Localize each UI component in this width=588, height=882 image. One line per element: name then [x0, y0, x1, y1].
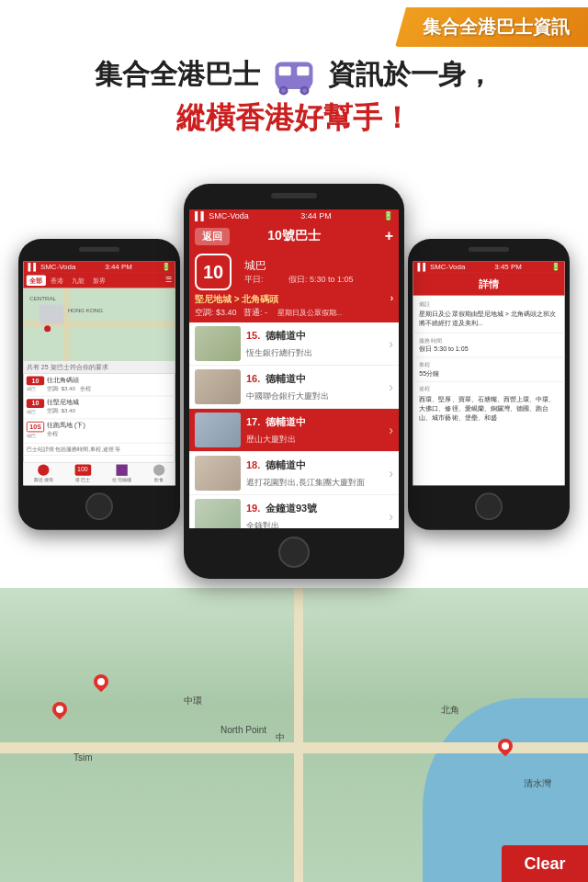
tab-hk[interactable]: 香港	[48, 276, 67, 286]
toolbar-building[interactable]: 住宅縮樓	[112, 465, 131, 484]
phone-center: ▌▌ SMC-Voda 3:44 PM 🔋 返回 10號巴士 + 10 城巴	[184, 184, 404, 579]
clear-button-label: Clear	[524, 854, 565, 874]
tab-nt[interactable]: 新界	[89, 276, 108, 286]
stop-num-15: 15.	[246, 330, 263, 341]
stop-desc-18: 遮打花園對出,長江集團大廈對面	[246, 478, 365, 487]
right-note-text: 星期日及公眾假期由堅尼地城 > 北角碼頭之班次將不繞經打道及美利...	[419, 310, 558, 328]
route-fare-row: 空調: $3.40 普通: - 星期日及公眾假期...	[195, 307, 393, 319]
stop-desc-16: 中國聯合銀行大廈對出	[246, 391, 329, 401]
map-label-central: 中環	[184, 695, 202, 707]
map-label-north-point: North Point	[220, 725, 266, 735]
tab-kln[interactable]: 九龍	[69, 276, 88, 286]
route-company: 城巴	[244, 258, 393, 274]
status-battery-right: 🔋	[551, 263, 560, 271]
right-note-label: 備註	[419, 300, 558, 309]
badge-company-a: 城巴	[27, 386, 44, 393]
status-bar-center: ▌▌ SMC-Voda 3:44 PM 🔋	[189, 209, 399, 222]
right-duration-text: 55分鐘	[419, 369, 558, 379]
right-header: 詳情	[413, 273, 564, 296]
stop-arrow-15: ›	[389, 336, 393, 351]
stop-thumb-15	[195, 326, 241, 361]
phone-right: ▌▌ SMC-Voda 3:45 PM 🔋 詳情 備註 星期日及公眾假期由堅尼地…	[408, 239, 570, 530]
route-schedule: 平日: 假日: 5:30 to 1:05	[244, 274, 393, 286]
status-battery-left: 🔋	[162, 263, 171, 271]
left-search-bar[interactable]: 全部 香港 九龍 新界 ☰	[23, 273, 175, 288]
route-link-row[interactable]: 堅尼地城 > 北角碼頭 ›	[195, 293, 393, 306]
stop-arrow-19: ›	[389, 509, 393, 524]
stop-item-19[interactable]: 19. 金鐘道93號 全錄對出 ›	[189, 495, 399, 528]
home-btn-right[interactable]	[475, 492, 503, 520]
stop-desc-15: 恆生銀行總行對出	[246, 348, 312, 357]
stop-thumb-16	[195, 369, 241, 404]
toolbar-bus[interactable]: 100 搭巴士	[74, 465, 91, 484]
center-app-header: 返回 10號巴士 +	[189, 222, 399, 250]
home-btn-center[interactable]	[278, 537, 310, 568]
phone-left: ▌▌ SMC-Voda 3:44 PM 🔋 全部 香港 九龍 新界 ☰	[18, 239, 180, 530]
right-route-section: 途程 西環、堅厚、寶翠、石塘嘴、西營上環、中環、大佛口、修徑、愛峴蘭、銅鑼灣、德…	[413, 382, 564, 425]
stop-num-19: 19.	[246, 503, 263, 514]
toolbar-nearby[interactable]: 鄰近搜尋	[34, 465, 53, 484]
map-label-clearwater: 清水灣	[524, 777, 551, 790]
map-pin-1[interactable]	[92, 674, 110, 698]
phone-speaker-center	[271, 193, 317, 198]
left-list-item-2[interactable]: 10 城巴 往堅尼地城 空調: $3.40	[23, 397, 175, 420]
badge-company-b: 城巴	[27, 409, 44, 416]
stop-item-17[interactable]: 17. 德輔道中 歷山大廈對出 ›	[189, 409, 399, 452]
stop-18-text: 18. 德輔道中 遮打花園對出,長江集團大廈對面	[246, 458, 383, 489]
stop-19-text: 19. 金鐘道93號 全錄對出	[246, 502, 383, 529]
clear-button[interactable]: Clear	[502, 845, 588, 882]
status-bar-left: ▌▌ SMC-Voda 3:44 PM 🔋	[23, 262, 175, 273]
stop-name-17: 德輔道中	[266, 415, 383, 429]
back-button[interactable]: 返回	[195, 228, 230, 245]
status-time-left: 3:44 PM	[105, 263, 132, 271]
right-duration-label: 車程	[419, 361, 558, 369]
status-signal-center: ▌▌ SMC-Voda	[195, 211, 249, 220]
right-route-text: 西環、堅厚、寶翠、石塘嘴、西營上環、中環、大佛口、修徑、愛峴蘭、銅鑼灣、德國、跑…	[419, 395, 558, 423]
svg-rect-11	[40, 304, 63, 324]
status-bar-right: ▌▌ SMC-Voda 3:45 PM 🔋	[413, 262, 564, 273]
map-pin-2[interactable]	[51, 702, 69, 726]
left-footer-note: 巴士站詳情包括服務時間,車程,途徑等	[23, 444, 175, 456]
add-button[interactable]: +	[385, 228, 393, 244]
stop-arrow-17: ›	[389, 423, 393, 437]
phone-screen-right: ▌▌ SMC-Voda 3:45 PM 🔋 詳情 備註 星期日及公眾假期由堅尼地…	[413, 262, 564, 486]
badge-10-a: 10	[27, 377, 44, 386]
stop-item-16[interactable]: 16. 德輔道中 中國聯合銀行大廈對出 ›	[189, 366, 399, 409]
left-list-item-3[interactable]: 10S 城巴 往跑馬地 (下) 全程	[23, 419, 175, 443]
left-map-svg: CENTRAL HONG KONG	[23, 288, 175, 361]
status-time-right: 3:45 PM	[494, 263, 522, 271]
nearby-icon	[38, 465, 49, 476]
stop-item-18[interactable]: 18. 德輔道中 遮打花園對出,長江集團大廈對面 ›	[189, 452, 399, 495]
bus-toolbar-icon: 100	[74, 465, 91, 476]
right-service-section: 服務時間 假日 5:30 to 1:05	[413, 334, 564, 357]
stop-15-text: 15. 德輔道中 恆生銀行總行對出	[246, 329, 383, 359]
left-toolbar: 鄰近搜尋 100 搭巴士 住宅縮樓 飲食	[23, 462, 175, 486]
route-info-header: 10 城巴 平日: 假日: 5:30 to 1:05 堅尼地城 > 北角碼頭 ›…	[189, 250, 399, 322]
food-icon	[153, 465, 164, 476]
toolbar-food[interactable]: 飲食	[153, 465, 164, 484]
left-item-1-text: 往北角碼頭 空調: $3.40 全程	[47, 377, 92, 392]
right-service-text: 假日 5:30 to 1:05	[419, 345, 558, 355]
stop-num-17: 17.	[246, 416, 263, 427]
tab-all[interactable]: 全部	[27, 276, 46, 286]
left-item-2-text: 往堅尼地城 空調: $3.40	[47, 399, 79, 414]
bus-icon	[271, 56, 317, 97]
right-note-section: 備註 星期日及公眾假期由堅尼地城 > 北角碼頭之班次將不繞經打道及美利...	[413, 296, 564, 334]
stop-thumb-17	[195, 413, 241, 447]
map-pin-3[interactable]	[496, 739, 514, 763]
svg-rect-10	[63, 288, 70, 361]
status-signal-left: ▌▌ SMC-Voda	[28, 263, 76, 271]
right-duration-section: 車程 55分鐘	[413, 358, 564, 382]
left-item-3-text: 往跑馬地 (下) 全程	[47, 422, 85, 437]
stop-arrow-18: ›	[389, 466, 393, 481]
svg-point-6	[281, 88, 286, 93]
home-btn-left[interactable]	[85, 492, 113, 520]
stop-item-15[interactable]: 15. 德輔道中 恆生銀行總行對出 ›	[189, 322, 399, 366]
left-list-header: 共有 25 架巴士符合你的要求	[23, 361, 175, 374]
left-list-item-1[interactable]: 10 城巴 往北角碼頭 空調: $3.40 全程	[23, 374, 175, 397]
headline-line1: 集合全港巴士 資訊於一身，	[0, 55, 588, 97]
menu-icon-left[interactable]: ☰	[165, 276, 172, 286]
stop-desc-17: 歷山大廈對出	[246, 435, 296, 444]
stop-num-16: 16.	[246, 373, 263, 384]
building-icon	[117, 465, 128, 476]
